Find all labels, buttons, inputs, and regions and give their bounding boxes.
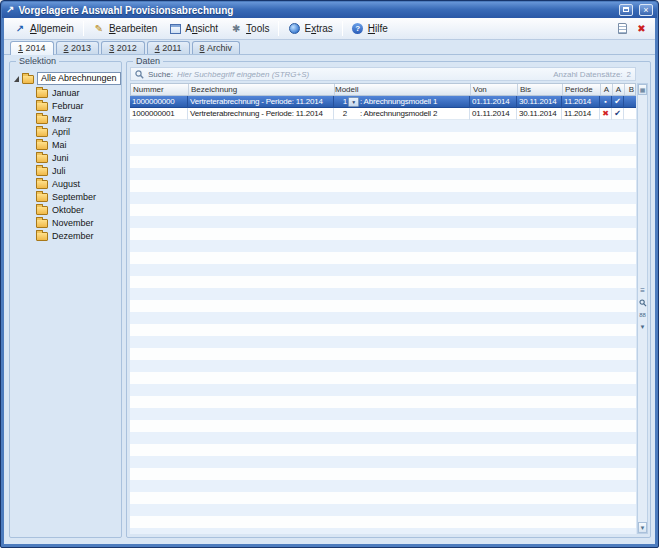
column-header-nummer[interactable]: Nummer [131, 84, 189, 95]
month-label: Juni [52, 153, 69, 163]
empty-grid-row [130, 492, 636, 504]
grid-side-strip: ▦ ≡ 88 ▼ ▼ [637, 83, 648, 534]
client-area: ↗ Allgemein ✎ Bearbeiten Ansicht ✱ Tools… [4, 18, 655, 544]
tab-2014[interactable]: 1 2014 [10, 41, 54, 55]
month-label: Oktober [52, 205, 84, 215]
menu-tools-label: Tools [246, 23, 269, 34]
allgemein-icon: ↗ [14, 23, 26, 35]
empty-grid-row [130, 336, 636, 348]
go-to-bottom-icon[interactable]: ▼ [638, 322, 647, 332]
modell-text: : Abrechnungsmodell 1 [360, 96, 469, 108]
month-label: Juli [52, 166, 66, 176]
month-label: September [52, 192, 96, 202]
empty-grid-row [130, 312, 636, 324]
zoom-icon[interactable] [638, 298, 647, 308]
tree-item-januar[interactable]: Januar [14, 86, 119, 99]
exit-button[interactable]: ✖ [632, 20, 651, 37]
menu-ansicht-label: Ansicht [185, 23, 218, 34]
modell-dropdown-button[interactable]: ▼ [348, 97, 359, 107]
grid-row[interactable]: 1000000001 Vertreterabrechnung - Periode… [130, 108, 636, 120]
empty-grid-row [130, 372, 636, 384]
tab-archiv[interactable]: 8 Archiv [192, 41, 241, 54]
restore-button[interactable] [619, 4, 633, 16]
cell-bis: 30.11.2014 [517, 96, 562, 108]
tree-item-juni[interactable]: Juni [14, 151, 119, 164]
grid-rows: 1000000000 Vertreterabrechnung - Periode… [130, 96, 636, 534]
grid-header: Nummer Bezeichnung Modell Von Bis Period… [130, 83, 636, 96]
magnifier-icon [639, 299, 647, 307]
empty-grid-row [130, 216, 636, 228]
menu-bearbeiten[interactable]: ✎ Bearbeiten [87, 21, 163, 37]
expand-arrow-icon [14, 76, 19, 82]
tree-item-mai[interactable]: Mai [14, 138, 119, 151]
menu-hilfe[interactable]: ? Hilfe [346, 21, 394, 37]
tree-item-november[interactable]: November [14, 216, 119, 229]
column-header-periode[interactable]: Periode [563, 84, 601, 95]
menu-extras[interactable]: Extras [282, 21, 338, 37]
column-header-von[interactable]: Von [471, 84, 518, 95]
folder-icon [36, 180, 48, 189]
help-icon: ? [352, 23, 364, 35]
column-chooser-button[interactable]: ▦ [638, 84, 647, 95]
restore-icon [623, 7, 629, 12]
workarea: Selektion Alle Abrechnungen Januar Febru… [4, 55, 655, 544]
cell-periode: 11.2014 [562, 108, 600, 120]
cell-b [624, 96, 636, 108]
edit-pencil-icon: ✎ [93, 23, 105, 35]
tree-item-august[interactable]: August [14, 177, 119, 190]
modell-number: 1 [334, 96, 347, 108]
empty-grid-row [130, 432, 636, 444]
column-header-a1[interactable]: A [601, 84, 613, 95]
tree-item-september[interactable]: September [14, 190, 119, 203]
tree-item-februar[interactable]: Februar [14, 99, 119, 112]
empty-grid-row [130, 264, 636, 276]
close-button[interactable]: × [639, 4, 653, 16]
column-header-bezeichnung[interactable]: Bezeichnung [189, 84, 335, 95]
cell-modell: 1 ▼ : Abrechnungsmodell 1 [334, 96, 470, 108]
cell-von: 01.11.2014 [470, 108, 517, 120]
grid-row-selected[interactable]: 1000000000 Vertreterabrechnung - Periode… [130, 96, 636, 108]
tree-item-juli[interactable]: Juli [14, 164, 119, 177]
column-header-a2[interactable]: A [613, 84, 625, 95]
column-header-bis[interactable]: Bis [518, 84, 563, 95]
tree-item-oktober[interactable]: Oktober [14, 203, 119, 216]
app-icon: ↗ [6, 5, 14, 15]
empty-grid-row [130, 444, 636, 456]
menu-ansicht[interactable]: Ansicht [163, 21, 224, 37]
menu-tools[interactable]: ✱ Tools [224, 21, 275, 37]
empty-grid-row [130, 384, 636, 396]
month-label: Januar [52, 88, 80, 98]
record-count-icon[interactable]: 88 [638, 310, 647, 320]
folder-icon [36, 102, 48, 111]
document-icon [618, 23, 627, 34]
window-title: Vorgelagerte Auswahl Provisionsabrechnun… [18, 5, 613, 16]
search-input[interactable] [177, 70, 549, 79]
menu-separator [278, 21, 279, 36]
selektion-label: Selektion [16, 56, 59, 66]
menu-allgemein[interactable]: ↗ Allgemein [8, 21, 80, 37]
red-cross-icon: ✖ [637, 23, 645, 34]
empty-grid-row [130, 276, 636, 288]
tree-root-alle-abrechnungen[interactable]: Alle Abrechnungen [14, 71, 119, 86]
column-header-modell[interactable]: Modell [335, 84, 471, 95]
tab-2011[interactable]: 4 2011 [147, 41, 190, 54]
empty-grid-row [130, 204, 636, 216]
folder-icon [36, 167, 48, 176]
list-view-icon[interactable]: ≡ [638, 286, 647, 296]
tree-item-dezember[interactable]: Dezember [14, 229, 119, 242]
modell-text: : Abrechnungsmodell 2 [360, 108, 469, 120]
empty-grid-row [130, 168, 636, 180]
cell-bezeichnung: Vertreterabrechnung - Periode: 11.2014 [188, 96, 334, 108]
modell-number: 2 [334, 108, 347, 120]
tree-item-maerz[interactable]: März [14, 112, 119, 125]
tab-2013[interactable]: 2 2013 [56, 41, 100, 54]
empty-grid-row [130, 516, 636, 528]
cell-b [624, 108, 636, 120]
tree-item-april[interactable]: April [14, 125, 119, 138]
new-document-button[interactable] [613, 20, 632, 37]
cell-von: 01.11.2014 [470, 96, 517, 108]
folder-icon [36, 154, 48, 163]
scroll-down-button[interactable]: ▼ [638, 522, 647, 533]
empty-grid-row [130, 144, 636, 156]
tab-2012[interactable]: 3 2012 [101, 41, 145, 54]
